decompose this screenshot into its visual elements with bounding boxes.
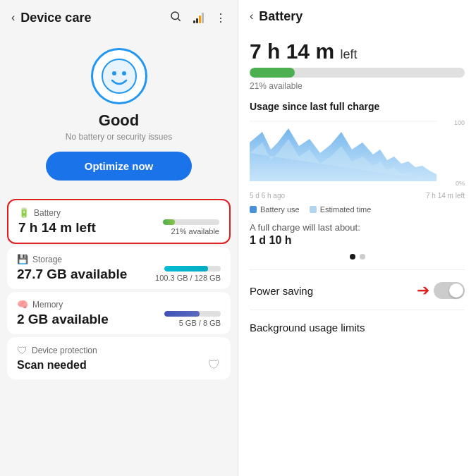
legend-battery-use: Battery use [250, 205, 300, 214]
dot-active [350, 254, 355, 260]
full-charge-value: 1 d 10 h [250, 234, 465, 247]
pagination-dots [250, 254, 465, 260]
battery-icon: 🔋 [18, 207, 30, 218]
battery-care-item[interactable]: 🔋 Battery 7 h 14 m left 21% available [7, 199, 231, 244]
back-button-right[interactable]: ‹ [248, 8, 255, 24]
storage-care-item[interactable]: 💾 Storage 27.7 GB available 100.3 GB / 1… [7, 247, 231, 289]
storage-item-value: 27.7 GB available [17, 267, 127, 282]
left-header: ‹ Device care ⋮ [0, 0, 238, 35]
toggle-knob [449, 283, 463, 298]
device-protection-item-value: Scan needed [17, 359, 87, 372]
legend-lightblue-dot [310, 206, 317, 213]
legend-battery-use-label: Battery use [260, 205, 300, 214]
red-arrow-icon: ➔ [417, 281, 429, 300]
battery-mini-bar [163, 219, 219, 225]
usage-section-title: Usage since last full charge [250, 101, 465, 112]
device-protection-item-name: Device protection [32, 346, 97, 355]
svg-point-2 [102, 59, 136, 93]
storage-item-name: Storage [32, 255, 62, 264]
chart-x-left: 5 d 6 h ago [250, 192, 285, 200]
storage-icon: 💾 [17, 254, 28, 264]
battery-time-value: 7 h 14 m [250, 39, 334, 63]
battery-main-progress-bar [250, 68, 465, 78]
battery-chart-svg [250, 118, 451, 188]
care-items-list: 🔋 Battery 7 h 14 m left 21% available 💾 … [0, 199, 238, 379]
memory-care-item[interactable]: 🧠 Memory 2 GB available 5 GB / 8 GB [7, 292, 231, 334]
smiley-icon [101, 58, 138, 94]
svg-point-3 [112, 71, 116, 75]
legend-blue-dot [250, 206, 257, 213]
left-panel: ‹ Device care ⋮ [0, 0, 238, 476]
shield-icon: 🛡 [17, 344, 28, 356]
battery-item-right: 21% available [163, 219, 219, 236]
divider-2 [250, 310, 465, 310]
full-charge-title: A full charge will last about: [250, 222, 465, 233]
full-charge-section: A full charge will last about: 1 d 10 h [250, 222, 465, 247]
header-icons: ⋮ [168, 8, 228, 27]
svg-point-0 [171, 12, 179, 20]
back-button-left[interactable]: ‹ [10, 10, 16, 25]
power-saving-row: Power saving ➔ [250, 277, 465, 304]
memory-item-right: 5 GB / 8 GB [164, 311, 221, 327]
battery-main-fill [250, 68, 295, 78]
power-saving-label: Power saving [250, 285, 313, 297]
bg-usage-label[interactable]: Background usage limits [250, 317, 465, 338]
device-protection-care-item[interactable]: 🛡 Device protection Scan needed 🛡 [7, 337, 231, 379]
storage-item-right: 100.3 GB / 128 GB [155, 266, 221, 282]
divider-1 [250, 269, 465, 270]
battery-bar-fill [163, 219, 175, 225]
battery-time-left-label: left [340, 47, 357, 61]
chart-x-right: 7 h 14 m left [426, 192, 465, 200]
right-header: ‹ Battery [238, 0, 476, 32]
battery-item-value: 7 h 14 m left [18, 220, 96, 236]
usage-chart: 100 0% [250, 118, 465, 188]
battery-available-label: 21% available [250, 81, 465, 91]
battery-pct-label: 21% available [171, 227, 220, 236]
status-sub-label: No battery or security issues [66, 132, 172, 142]
svg-point-4 [122, 71, 126, 75]
chart-y-labels: 100 0% [445, 118, 465, 188]
protection-shield-right: 🛡 [208, 358, 221, 372]
power-saving-controls: ➔ [417, 281, 465, 300]
search-icon [169, 10, 182, 23]
right-panel: ‹ Battery 7 h 14 m left 21% available Us… [238, 0, 476, 476]
chart-y-min: 0% [456, 180, 465, 187]
status-good-label: Good [99, 111, 139, 130]
memory-item-value: 2 GB available [17, 312, 109, 327]
status-icon-circle [91, 48, 147, 104]
battery-content: 7 h 14 m left 21% available Usage since … [238, 32, 476, 476]
chart-y-max: 100 [454, 119, 465, 126]
battery-item-name: Battery [34, 208, 61, 218]
dot-inactive [360, 254, 365, 260]
memory-mini-bar [164, 311, 221, 317]
memory-item-name: Memory [32, 300, 63, 310]
search-button[interactable] [168, 8, 183, 27]
svg-line-1 [178, 18, 180, 20]
chart-legend: Battery use Estimated time [250, 205, 465, 214]
more-options-button[interactable]: ⋮ [214, 10, 228, 26]
legend-estimated-time-label: Estimated time [320, 205, 372, 214]
storage-bar-fill [164, 266, 208, 271]
signal-bars-icon [193, 12, 204, 23]
left-header-title: Device care [20, 11, 168, 25]
memory-icon: 🧠 [17, 299, 28, 310]
battery-time-display: 7 h 14 m left [250, 39, 465, 63]
memory-bar-fill [164, 311, 200, 317]
right-header-title: Battery [259, 9, 303, 24]
chart-x-labels: 5 d 6 h ago 7 h 14 m left [250, 192, 465, 200]
legend-estimated-time: Estimated time [310, 205, 372, 214]
device-care-content: Good No battery or security issues Optim… [0, 35, 238, 199]
storage-text-label: 100.3 GB / 128 GB [155, 274, 221, 282]
memory-text-label: 5 GB / 8 GB [179, 319, 221, 327]
power-saving-toggle[interactable] [434, 282, 465, 299]
optimize-button[interactable]: Optimize now [46, 152, 193, 181]
storage-mini-bar [164, 266, 221, 271]
